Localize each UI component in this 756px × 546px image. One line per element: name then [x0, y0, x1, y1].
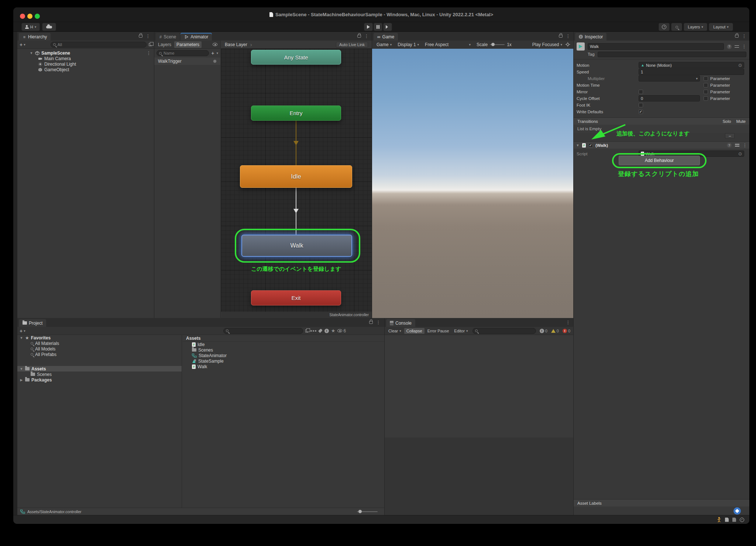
state-machine-graph[interactable]: Any State Entry Idle Walk この遷移でのイベントを登録し… — [221, 49, 372, 312]
thumbnail-size-slider[interactable] — [357, 511, 378, 512]
state-node-any-state[interactable]: Any State — [251, 50, 341, 65]
kebab-menu-icon[interactable]: ⋮ — [147, 51, 151, 56]
scenes-folder-row[interactable]: Scenes — [17, 372, 182, 377]
hierarchy-item-main-camera[interactable]: Main Camera — [17, 56, 154, 61]
kebab-menu-icon[interactable]: ⋮ — [376, 320, 381, 325]
kebab-menu-icon[interactable]: ⋮ — [742, 44, 746, 49]
favorites-row[interactable]: ▼ ★ Favorites — [17, 335, 182, 341]
tab-game[interactable]: ∞ Game — [374, 33, 398, 41]
multiplier-parameter-checkbox[interactable] — [704, 76, 708, 81]
label-icon[interactable] — [318, 328, 323, 333]
hierarchy-scene-row[interactable]: ▼ SampleScene ⋮ — [17, 50, 154, 56]
state-node-exit[interactable]: Exit — [251, 290, 341, 305]
play-focused-dropdown[interactable]: Play Focused▾ — [529, 42, 565, 47]
clear-button[interactable]: Clear▾ — [386, 329, 403, 333]
presets-icon[interactable] — [735, 45, 739, 49]
presets-icon[interactable] — [735, 143, 739, 147]
console-search[interactable] — [472, 328, 536, 334]
error-pause-toggle[interactable]: Error Pause — [425, 328, 451, 334]
foldout-open-icon[interactable]: ▼ — [20, 367, 23, 371]
multiplier-dropdown[interactable]: ▾ — [639, 75, 700, 82]
help-icon[interactable]: ? — [727, 143, 732, 148]
hierarchy-search-input[interactable] — [58, 42, 144, 47]
tag-field[interactable] — [598, 52, 746, 57]
asset-scenes[interactable]: Scenes — [182, 347, 384, 353]
tab-layers[interactable]: Layers — [156, 41, 173, 48]
add-behaviour-button[interactable]: Add Behaviour — [619, 156, 700, 165]
packages-folder-row[interactable]: ▶ Packages — [17, 377, 182, 383]
foldout-closed-icon[interactable]: ▶ — [20, 378, 23, 382]
component-enabled-checkbox[interactable]: ✓ — [588, 143, 593, 148]
state-node-idle[interactable]: Idle — [240, 165, 352, 188]
create-object-button[interactable]: +▾ — [20, 42, 25, 48]
kebab-menu-icon[interactable]: ⋮ — [146, 34, 150, 39]
foldout-open-icon[interactable]: ▼ — [576, 144, 580, 147]
foldout-open-icon[interactable]: ▼ — [20, 336, 23, 340]
tab-animator[interactable]: Animator — [181, 33, 212, 41]
tab-parameters[interactable]: Parameters — [174, 41, 202, 48]
display-dropdown[interactable]: Display 1▾ — [395, 42, 422, 47]
trigger-radio[interactable] — [213, 59, 217, 63]
write-defaults-checkbox[interactable]: ✓ — [639, 110, 643, 114]
mirror-checkbox[interactable] — [639, 90, 643, 94]
cycle-offset-field[interactable]: 0 — [639, 95, 700, 101]
step-button[interactable] — [383, 23, 392, 31]
motion-field[interactable]: ▲ None (Motion) ⊙ — [639, 62, 744, 68]
motion-time-parameter-checkbox[interactable] — [704, 83, 708, 87]
console-search-input[interactable] — [480, 329, 533, 333]
package-visibility-icon[interactable] — [310, 330, 316, 332]
state-node-walk[interactable]: Walk — [241, 235, 352, 257]
gizmos-icon[interactable] — [565, 42, 570, 47]
kebab-menu-icon[interactable]: ⋮ — [743, 143, 747, 148]
mirror-parameter-checkbox[interactable] — [704, 90, 708, 94]
help-icon[interactable]: ? — [727, 44, 732, 49]
layout-dropdown[interactable]: Layout▾ — [709, 23, 733, 31]
account-button[interactable]: H▾ — [21, 23, 40, 31]
check-circle-icon[interactable]: ✓ — [740, 518, 744, 522]
project-search-input[interactable] — [230, 329, 300, 333]
object-picker-icon[interactable]: ⊙ — [738, 63, 742, 68]
hierarchy-search[interactable] — [51, 42, 147, 48]
create-asset-button[interactable]: +▾ — [20, 328, 25, 334]
parameter-search[interactable] — [157, 50, 209, 56]
lock-icon[interactable] — [559, 35, 563, 38]
open-in-window-icon[interactable] — [149, 43, 152, 46]
auto-live-link-button[interactable]: Auto Live Link — [336, 42, 368, 48]
kebab-menu-icon[interactable]: ⋮ — [364, 34, 369, 39]
asset-stateanimator[interactable]: StateAnimator — [182, 353, 384, 358]
tab-inspector[interactable]: ! Inspector — [575, 33, 606, 41]
log-file-icon[interactable] — [732, 518, 736, 522]
play-button[interactable] — [364, 23, 373, 31]
console-log-list[interactable] — [385, 335, 573, 438]
asset-label-icon[interactable] — [733, 507, 741, 515]
kebab-menu-icon[interactable]: ⋮ — [742, 34, 746, 39]
fav-all-models[interactable]: All Models — [17, 346, 182, 352]
error-count-toggle[interactable]: !0 — [561, 329, 572, 333]
foldout-open-icon[interactable]: ▼ — [30, 51, 33, 55]
game-view-dropdown[interactable]: Game▾ — [374, 42, 395, 47]
open-search-window-icon[interactable] — [305, 329, 308, 332]
state-node-entry[interactable]: Entry — [251, 106, 341, 121]
activity-person-icon[interactable] — [717, 517, 721, 522]
undo-history-button[interactable] — [659, 23, 670, 31]
info-icon[interactable]: ! — [324, 329, 329, 333]
pause-button[interactable] — [374, 23, 382, 31]
assets-folder-row[interactable]: ▼ Assets — [17, 366, 182, 372]
aspect-dropdown[interactable]: Free Aspect▾ — [422, 42, 474, 47]
tab-project[interactable]: Project — [19, 319, 46, 327]
log-file-icon[interactable] — [725, 518, 729, 522]
lock-icon[interactable] — [735, 35, 739, 38]
asset-walk[interactable]: #Walk — [182, 364, 384, 369]
eye-icon[interactable] — [213, 43, 217, 46]
remove-transition-button[interactable]: − — [725, 133, 735, 139]
info-count-toggle[interactable]: !0 — [538, 329, 549, 333]
scale-slider[interactable] — [490, 44, 505, 45]
collapse-toggle[interactable]: Collapse — [404, 328, 425, 334]
object-picker-icon[interactable]: ⊙ — [738, 152, 742, 156]
lock-icon[interactable] — [139, 35, 142, 38]
hierarchy-item-gameobject[interactable]: GameObject — [17, 67, 154, 72]
project-search[interactable] — [223, 328, 303, 334]
fav-all-materials[interactable]: All Materials — [17, 341, 182, 346]
layers-dropdown[interactable]: Layers▾ — [684, 23, 707, 31]
search-everything-button[interactable] — [671, 23, 682, 31]
